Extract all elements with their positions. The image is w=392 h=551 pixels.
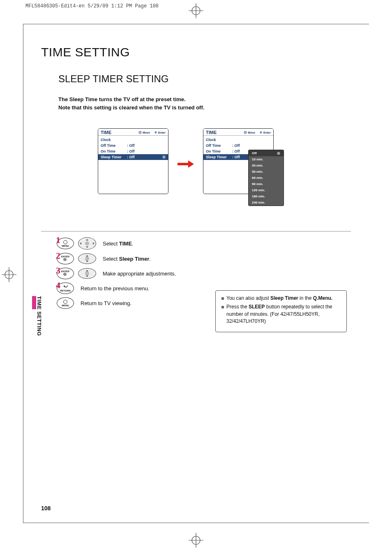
remote-updown-icon — [78, 268, 96, 279]
svg-point-24 — [65, 259, 65, 260]
print-meta-line: MFL58486305-Edit4-en 5/29/09 1:12 PM Pag… — [25, 3, 159, 9]
bullet-icon — [221, 297, 224, 300]
circle-icon — [63, 300, 67, 304]
step-1: 1 MENU Select TIME. — [57, 237, 351, 250]
note-item: Press the SLEEP button repeatedly to sel… — [221, 303, 341, 325]
enter-hint: Enter — [154, 131, 166, 134]
selection-indicator-icon — [162, 155, 166, 159]
enter-dot-icon — [259, 131, 263, 134]
registration-mark-icon — [2, 267, 16, 284]
menu-row-off-time: Off Time : Off — [98, 143, 168, 148]
remote-updown-icon — [78, 253, 96, 264]
section-title: SLEEP TIMER SETTING — [58, 73, 351, 85]
crop-line — [23, 523, 369, 523]
dropdown-option: 240 min. — [249, 199, 284, 206]
move-hint: Move — [138, 131, 150, 134]
svg-marker-27 — [63, 285, 65, 287]
svg-point-10 — [140, 132, 141, 133]
button-label: MENU — [62, 245, 69, 247]
step-number: 3 — [56, 265, 60, 276]
dpad-icon — [138, 131, 142, 134]
crop-line — [23, 24, 23, 523]
svg-point-12 — [155, 132, 156, 133]
arrow-right-icon — [178, 160, 194, 169]
step-text: Return to TV viewing. — [81, 300, 131, 306]
dropdown-option: 60 min. — [249, 175, 284, 181]
note-item: You can also adjust Sleep Timer in the Q… — [221, 295, 341, 302]
svg-rect-15 — [178, 163, 188, 165]
menu-row-clock: Clock — [98, 137, 168, 143]
menu-row-clock: Clock — [203, 137, 273, 143]
dropdown-option: 180 min. — [249, 193, 284, 199]
step-text: Make appropriate adjustments. — [103, 271, 176, 277]
button-label: MENU — [62, 304, 69, 307]
step-text: Select TIME. — [103, 241, 133, 247]
remote-menu-button: MENU — [57, 297, 74, 309]
dropdown-option-off: Off — [249, 150, 284, 156]
step-number: 4 — [56, 280, 60, 291]
dropdown-option: 120 min. — [249, 187, 284, 193]
panel-title: TIME — [206, 130, 244, 135]
step-number: 2 — [56, 250, 60, 261]
page-title: TIME SETTING — [41, 45, 351, 59]
step-text: Select Sleep Timer. — [103, 256, 151, 262]
button-label: RETURN — [60, 289, 71, 292]
dropdown-option: 20 min. — [249, 162, 284, 169]
registration-mark-icon — [189, 533, 203, 549]
intro-text: The Sleep Time turns the TV off at the p… — [58, 95, 351, 112]
menu-row-off-time: Off Time : Off — [203, 143, 273, 148]
dropdown-option: 90 min. — [249, 181, 284, 187]
divider — [41, 231, 351, 232]
step-3: 3 ENTER Make appropriate adjustments. — [57, 268, 351, 279]
enter-hint: Enter — [259, 131, 271, 134]
time-menu-panel-before: TIME Move Enter — [98, 128, 168, 194]
sleep-timer-options-dropdown: Off 10 min. 20 min. 30 min. 60 min. 90 m… — [248, 150, 284, 206]
selection-indicator-icon — [277, 152, 280, 155]
svg-point-26 — [65, 274, 65, 275]
registration-mark-icon — [189, 3, 203, 20]
step-2: 2 ENTER Select Sleep Timer. — [57, 253, 351, 264]
dropdown-option: 10 min. — [249, 156, 284, 162]
panel-title: TIME — [101, 130, 138, 135]
dpad-icon — [244, 131, 247, 134]
svg-point-18 — [245, 132, 246, 133]
page-number: 108 — [41, 505, 51, 512]
section-tab-marker — [32, 296, 36, 309]
remote-dpad-icon — [78, 237, 96, 250]
intro-line: The Sleep Time turns the TV off at the p… — [58, 95, 351, 104]
step-text: Return to the previous menu. — [81, 285, 150, 292]
dropdown-option: 30 min. — [249, 169, 284, 175]
menu-row-on-time: On Time : Off — [98, 148, 168, 154]
menu-row-sleep-timer: Sleep Timer : Off — [98, 154, 168, 160]
crop-line — [23, 24, 369, 24]
move-hint: Move — [244, 131, 255, 134]
circle-icon — [63, 240, 67, 244]
bullet-icon — [221, 306, 224, 308]
note-box: You can also adjust Sleep Timer in the Q… — [215, 290, 347, 332]
intro-line: Note that this setting is cleared when t… — [58, 104, 351, 112]
return-arrow-icon — [63, 285, 67, 289]
enter-dot-icon — [63, 273, 67, 277]
svg-point-20 — [261, 132, 261, 133]
step-number: 1 — [56, 235, 60, 245]
svg-point-14 — [164, 157, 165, 158]
svg-point-22 — [278, 153, 279, 154]
enter-dot-icon — [63, 258, 67, 262]
enter-dot-icon — [154, 131, 157, 134]
svg-marker-16 — [188, 160, 194, 168]
